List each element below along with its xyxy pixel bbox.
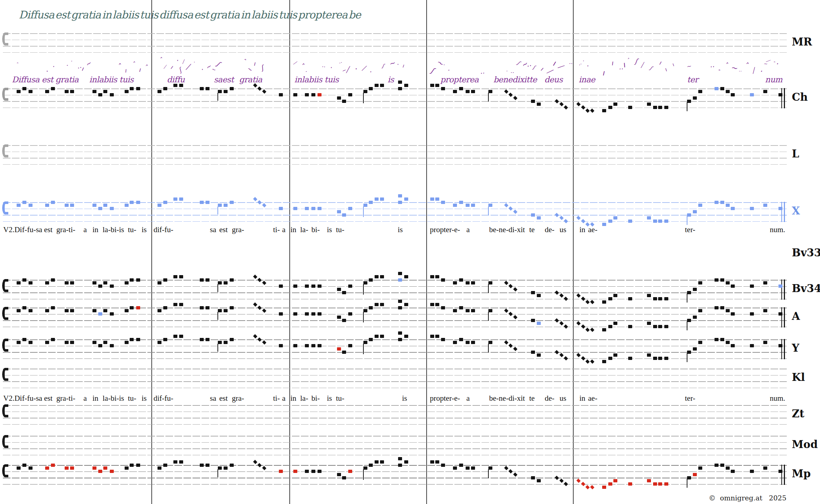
lyric-syllable: in xyxy=(579,394,585,403)
neume-stem xyxy=(363,312,364,322)
neume xyxy=(459,201,463,204)
neume xyxy=(555,290,559,295)
neume xyxy=(230,278,234,282)
neume xyxy=(65,309,69,312)
neume xyxy=(647,353,651,357)
gloss-neume-mark: ˆ xyxy=(715,69,720,75)
neume xyxy=(693,210,697,213)
gloss-neume-mark: ‥ xyxy=(526,60,532,68)
gloss-neume-mark: ı xyxy=(552,59,556,68)
lyric-syllable: la- xyxy=(300,394,308,403)
neume xyxy=(466,341,470,344)
staff-line xyxy=(3,108,787,108)
gloss-neume-mark: · xyxy=(329,65,333,71)
staff-label-l: L xyxy=(792,148,799,160)
neume xyxy=(70,341,74,344)
neume xyxy=(577,294,581,298)
neume xyxy=(471,309,475,312)
neume xyxy=(157,309,161,312)
neume xyxy=(509,469,513,474)
gloss-neume-mark: ⁄ xyxy=(182,60,184,65)
neume xyxy=(103,466,107,470)
staff-line xyxy=(3,202,787,203)
lyric-syllable: a xyxy=(83,394,87,403)
neume xyxy=(586,485,590,489)
neume xyxy=(342,476,346,479)
neume xyxy=(98,470,102,473)
neume xyxy=(715,338,718,341)
neume xyxy=(125,90,129,93)
neume xyxy=(179,197,183,201)
neume xyxy=(471,90,475,93)
neume xyxy=(471,466,475,470)
neume-stem xyxy=(488,284,489,293)
neume xyxy=(726,466,730,470)
staff-label-ch: Ch xyxy=(792,91,808,103)
lyric-syllable: is xyxy=(327,225,332,234)
lyric-syllable: ae- xyxy=(588,394,597,403)
neume xyxy=(369,464,373,467)
gloss-neume-mark: ʃ xyxy=(260,65,264,71)
neume xyxy=(45,309,49,312)
neume-stem xyxy=(363,284,364,295)
neume xyxy=(664,220,668,223)
neume xyxy=(258,278,262,282)
gloss-neume-mark: · xyxy=(368,68,372,75)
neume xyxy=(230,464,234,467)
neume xyxy=(125,466,129,470)
neume xyxy=(608,325,612,328)
staff-line xyxy=(3,164,787,165)
neume xyxy=(726,90,730,93)
neume xyxy=(687,291,691,294)
c-clef-icon xyxy=(2,279,8,292)
neume xyxy=(504,340,509,345)
lyric-syllable: dif-fu- xyxy=(154,225,173,234)
neume xyxy=(430,303,434,306)
gloss-neume-mark: ˆ xyxy=(14,62,18,68)
neume xyxy=(163,338,167,341)
neume xyxy=(342,213,346,217)
neume xyxy=(658,106,662,109)
neume xyxy=(348,312,352,316)
neume xyxy=(698,466,702,470)
neume xyxy=(513,209,518,214)
neume xyxy=(581,356,586,361)
neume xyxy=(509,312,513,316)
neume xyxy=(441,306,445,309)
neume xyxy=(430,275,434,278)
neume xyxy=(720,338,724,341)
neume xyxy=(65,90,69,93)
neume xyxy=(698,309,702,312)
section-barline xyxy=(573,0,574,504)
neume xyxy=(398,457,402,460)
neume xyxy=(453,466,457,470)
gloss-neume-mark: ‥ xyxy=(480,68,485,75)
neume xyxy=(720,87,724,90)
lyric-syllable: in xyxy=(290,394,296,403)
neume xyxy=(29,90,33,93)
neume xyxy=(731,284,735,288)
neume xyxy=(51,201,55,204)
neume xyxy=(488,204,492,207)
neume xyxy=(435,335,439,338)
neume xyxy=(658,220,662,223)
section-barline xyxy=(151,0,152,504)
neume xyxy=(380,275,384,278)
lyric-syllable: propter-e- xyxy=(430,394,460,403)
neume xyxy=(488,466,492,470)
neume xyxy=(608,357,612,360)
gloss-neume-mark: ‥ xyxy=(337,59,342,65)
staff-line xyxy=(3,359,787,359)
gloss-neume-mark: ˆ xyxy=(626,58,631,63)
neume xyxy=(65,466,69,470)
neume xyxy=(647,294,651,297)
neume xyxy=(693,288,697,291)
neume xyxy=(279,93,283,96)
gloss-neume-mark: ˆ xyxy=(745,62,749,70)
c-clef-icon xyxy=(2,201,8,214)
lyric-syllable: ae- xyxy=(588,225,597,234)
neume xyxy=(504,90,509,94)
gloss-neume-mark: ~ xyxy=(686,64,691,70)
neume xyxy=(537,322,541,325)
neume xyxy=(200,278,204,282)
